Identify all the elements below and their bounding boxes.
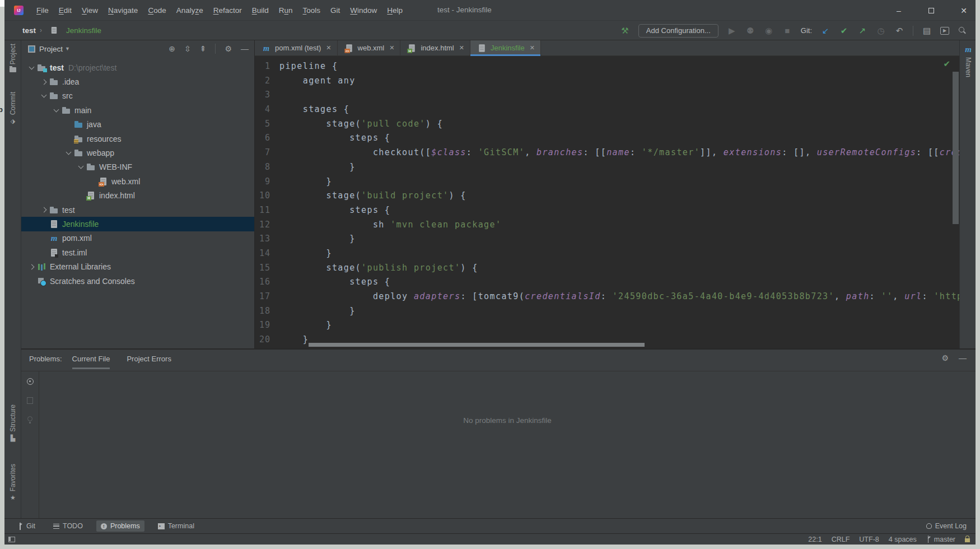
breadcrumb-project[interactable]: test	[22, 26, 36, 35]
chevron-down-icon[interactable]	[29, 64, 35, 69]
tool-stripe-favorites[interactable]: Favorites ★	[4, 464, 21, 501]
code-text[interactable]: pipeline { agent any stages { stage('pul…	[279, 56, 959, 348]
menu-build[interactable]: Build	[247, 4, 274, 17]
vertical-scrollbar[interactable]	[953, 72, 959, 224]
git-branch-widget[interactable]: master	[926, 536, 955, 543]
menu-file[interactable]: File	[31, 4, 54, 17]
tree-item-src[interactable]: src	[21, 89, 254, 103]
add-configuration-button[interactable]: Add Configuration...	[638, 24, 718, 38]
breadcrumb-file[interactable]: Jenkinsfile	[66, 26, 101, 35]
tree-item-jenkinsfile[interactable]: Jenkinsfile	[21, 217, 254, 231]
open-file-icon[interactable]	[27, 397, 33, 404]
tree-item-scratches-and-consoles[interactable]: Scratches and Consoles	[21, 274, 254, 288]
menu-navigate[interactable]: Navigate	[103, 4, 143, 17]
chevron-down-icon[interactable]	[66, 150, 72, 155]
tool-stripe-maven[interactable]: m Maven	[960, 45, 977, 77]
minimize-button[interactable]: –	[895, 6, 903, 15]
indent-style[interactable]: 4 spaces	[889, 536, 917, 543]
menu-code[interactable]: Code	[143, 4, 171, 17]
gear-icon[interactable]: ⚙	[225, 44, 232, 53]
problems-tab-project-errors[interactable]: Project Errors	[127, 355, 171, 369]
tool-window-button-git[interactable]: Git	[13, 520, 40, 532]
git-update-icon[interactable]: ↙	[820, 26, 830, 35]
tab-close-icon[interactable]: ✕	[459, 44, 464, 52]
rollback-icon[interactable]: ↶	[894, 26, 904, 35]
hide-panel-icon[interactable]: —	[959, 353, 967, 362]
tree-item-index-html[interactable]: Hindex.html	[21, 189, 254, 203]
tree-item-external-libraries[interactable]: External Libraries	[21, 259, 254, 273]
search-everywhere-icon[interactable]	[958, 26, 967, 35]
lock-icon[interactable]	[965, 538, 970, 542]
collapse-all-icon[interactable]: ⇞	[200, 44, 207, 53]
tree-item-idea[interactable]: .idea	[21, 75, 254, 89]
tree-item-test[interactable]: test	[21, 203, 254, 217]
inspection-ok-icon[interactable]: ✔	[943, 59, 950, 69]
chevron-down-icon[interactable]: ▼	[65, 46, 70, 52]
tab-jenkinsfile[interactable]: Jenkinsfile✕	[470, 40, 541, 55]
expand-all-icon[interactable]: ⇳	[184, 44, 191, 53]
build-hammer-icon[interactable]: ⚒	[620, 26, 630, 35]
tab-pom-xml-test[interactable]: mpom.xml (test)✕	[255, 40, 338, 55]
tree-item-web-inf[interactable]: WEB-INF	[21, 160, 254, 174]
file-encoding[interactable]: UTF-8	[859, 536, 879, 543]
run-anything-icon[interactable]: ▶	[940, 27, 949, 35]
close-button[interactable]: ✕	[960, 6, 968, 15]
problems-tab-current-file[interactable]: Current File	[72, 355, 110, 369]
tool-stripe-structure[interactable]: Structure ▙	[4, 404, 21, 442]
menu-view[interactable]: View	[77, 4, 103, 17]
tab-close-icon[interactable]: ✕	[530, 44, 535, 52]
tree-item-main[interactable]: main	[21, 103, 254, 117]
menu-refactor[interactable]: Refactor	[208, 4, 247, 17]
chevron-down-icon[interactable]	[78, 164, 84, 169]
tree-item-pom-xml[interactable]: mpom.xml	[21, 231, 254, 245]
code-area[interactable]: 1234567891011121314151617181920 pipeline…	[255, 56, 959, 348]
event-log-button[interactable]: Event Log	[926, 522, 967, 530]
tree-item-test-iml[interactable]: test.iml	[21, 245, 254, 259]
tab-web-xml[interactable]: <>web.xml✕	[338, 40, 401, 55]
chevron-right-icon[interactable]	[41, 79, 47, 85]
stop-icon[interactable]: ■	[782, 26, 792, 35]
run-icon[interactable]: ▶	[727, 26, 737, 35]
caret-position[interactable]: 22:1	[808, 536, 822, 543]
tool-window-switcher-icon[interactable]	[8, 537, 15, 542]
menu-edit[interactable]: Edit	[54, 4, 77, 17]
menu-window[interactable]: Window	[345, 4, 382, 17]
tool-stripe-commit[interactable]: Commit ⬗	[4, 92, 21, 125]
quick-fix-lightbulb-icon[interactable]	[27, 416, 32, 421]
git-push-icon[interactable]: ↗	[857, 26, 867, 35]
tool-window-button-problems[interactable]: !Problems	[96, 520, 144, 532]
gear-icon[interactable]: ⚙	[941, 353, 949, 362]
tab-close-icon[interactable]: ✕	[326, 44, 331, 52]
tool-window-button-terminal[interactable]: ▸Terminal	[153, 520, 199, 532]
tree-item-webapp[interactable]: webapp	[21, 146, 254, 160]
menu-analyze[interactable]: Analyze	[171, 4, 208, 17]
chevron-right-icon[interactable]	[29, 264, 35, 269]
locate-file-icon[interactable]: ⊕	[169, 44, 175, 53]
debug-bug-icon[interactable]: ⚉	[745, 26, 755, 35]
menu-help[interactable]: Help	[382, 4, 408, 17]
chevron-down-icon[interactable]	[41, 92, 47, 98]
tab-close-icon[interactable]: ✕	[389, 44, 394, 52]
horizontal-scrollbar[interactable]	[309, 343, 645, 347]
tool-stripe-project[interactable]: Project	[4, 44, 21, 72]
git-commit-icon[interactable]: ✔	[839, 26, 849, 35]
history-clock-icon[interactable]: ◷	[876, 26, 886, 35]
menu-tools[interactable]: Tools	[298, 4, 326, 17]
tool-window-button-todo[interactable]: TODO	[49, 520, 87, 532]
project-structure-icon[interactable]: ▤	[922, 26, 932, 35]
tree-item-web-xml[interactable]: <>web.xml	[21, 174, 254, 188]
maximize-button[interactable]	[927, 6, 935, 15]
menu-git[interactable]: Git	[325, 4, 345, 17]
tree-item-test[interactable]: testD:\project\test	[21, 61, 254, 75]
view-options-eye-icon[interactable]	[27, 378, 34, 385]
tab-index-html[interactable]: Hindex.html✕	[400, 40, 470, 55]
chevron-down-icon[interactable]	[54, 106, 59, 112]
chevron-right-icon[interactable]	[41, 207, 47, 213]
hide-panel-icon[interactable]: —	[241, 44, 249, 53]
line-separator[interactable]: CRLF	[832, 536, 850, 543]
project-view-title[interactable]: Project	[39, 45, 63, 53]
profiler-icon[interactable]: ◉	[764, 26, 774, 35]
tree-item-java[interactable]: java	[21, 118, 254, 132]
menu-run[interactable]: Run	[274, 4, 298, 17]
tree-item-resources[interactable]: resources	[21, 132, 254, 146]
